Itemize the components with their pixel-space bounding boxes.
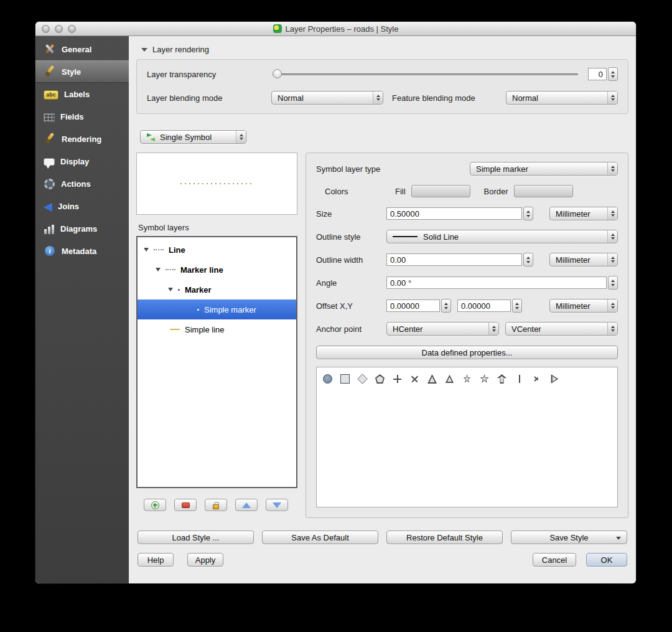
marker-shape-chevron[interactable]	[532, 374, 541, 384]
info-icon: i	[45, 246, 55, 256]
step-down-icon	[444, 307, 448, 309]
collapse-triangle-icon[interactable]	[141, 48, 147, 52]
tree-item-line[interactable]: Line	[138, 240, 296, 260]
titlebar[interactable]: Layer Properties – roads | Style	[35, 22, 636, 36]
marker-shape-star[interactable]	[463, 374, 470, 384]
marker-dot-icon	[197, 309, 199, 311]
layer-rendering-title: Layer rendering	[152, 45, 209, 54]
symbol-layer-type-select[interactable]: Simple marker	[470, 162, 618, 176]
sidebar-item-style[interactable]: Style	[35, 60, 129, 83]
anchor-v-select[interactable]: VCenter	[505, 322, 618, 336]
renderer-select[interactable]: Single Symbol	[140, 130, 246, 144]
data-defined-properties-button[interactable]: Data defined properties...	[316, 346, 618, 359]
move-up-button[interactable]	[235, 499, 258, 511]
remove-symbol-layer-button[interactable]	[174, 499, 197, 511]
arrow-down-icon	[611, 98, 615, 101]
select-arrows-icon	[236, 131, 246, 143]
tree-item-marker[interactable]: Marker	[138, 280, 296, 299]
anchor-h-select[interactable]: HCenter	[386, 322, 499, 336]
offset-unit-select[interactable]: Millimeter	[549, 299, 618, 313]
add-symbol-layer-button[interactable]	[144, 499, 166, 511]
offset-y-input[interactable]	[457, 299, 511, 312]
marker-shape-equilateral-triangle[interactable]	[446, 375, 454, 384]
symbol-layers-tree: Line Marker line Marker	[136, 236, 297, 488]
marker-shape-circle[interactable]	[323, 374, 332, 384]
fill-color-swatch[interactable]	[411, 185, 470, 197]
tree-item-label: Marker line	[180, 265, 223, 275]
sidebar-item-general[interactable]: General	[35, 38, 129, 60]
border-color-swatch[interactable]	[514, 185, 573, 197]
offset-x-input[interactable]	[386, 299, 440, 312]
select-arrows-icon	[488, 323, 498, 335]
angle-stepper[interactable]	[608, 276, 618, 290]
arrow-down-icon	[611, 260, 615, 263]
layer-blending-select[interactable]: Normal	[271, 91, 383, 105]
zoom-button[interactable]	[68, 25, 76, 33]
outline-width-stepper[interactable]	[523, 253, 533, 266]
save-style-button[interactable]: Save Style	[511, 531, 627, 544]
save-as-default-button[interactable]: Save As Default	[262, 531, 378, 544]
join-arrow-icon	[44, 203, 52, 212]
sidebar-item-metadata[interactable]: i Metadata	[35, 240, 129, 262]
marker-shape-square[interactable]	[340, 374, 350, 384]
anchor-label: Anchor point	[316, 324, 386, 334]
outline-width-input[interactable]	[386, 253, 522, 266]
marker-shape-cross[interactable]	[393, 374, 402, 384]
outline-style-select[interactable]: Solid Line	[386, 230, 618, 243]
sidebar-item-diagrams[interactable]: Diagrams	[35, 217, 129, 240]
tree-item-marker-line[interactable]: Marker line	[138, 260, 296, 280]
cancel-button[interactable]: Cancel	[533, 553, 576, 567]
tree-item-simple-line[interactable]: Simple line	[138, 319, 296, 339]
minimize-button[interactable]	[55, 25, 63, 33]
marker-shape-line[interactable]	[515, 374, 524, 384]
tree-expand-icon[interactable]	[144, 248, 149, 252]
tree-item-simple-marker[interactable]: Simple marker	[138, 299, 296, 319]
restore-default-style-button[interactable]: Restore Default Style	[386, 531, 503, 544]
apply-button[interactable]: Apply	[187, 553, 223, 567]
transparency-value-input[interactable]	[588, 68, 607, 80]
outline-style-label: Outline style	[316, 232, 386, 242]
transparency-slider[interactable]	[271, 69, 579, 79]
marker-shape-pentagon[interactable]	[375, 374, 385, 384]
sidebar-item-labels[interactable]: abc Labels	[35, 83, 129, 105]
load-style-button[interactable]: Load Style ...	[138, 531, 254, 544]
tree-expand-icon[interactable]	[156, 268, 161, 271]
slider-track[interactable]	[273, 73, 578, 75]
select-value: Normal	[512, 93, 538, 103]
marker-shape-arrow[interactable]	[497, 374, 506, 384]
lock-color-button[interactable]	[205, 499, 227, 511]
close-button[interactable]	[42, 25, 50, 33]
transparency-stepper[interactable]	[608, 67, 618, 81]
sidebar-item-rendering[interactable]: Rendering	[35, 128, 129, 150]
sidebar-item-fields[interactable]: Fields	[35, 105, 129, 128]
marker-shape-cross2[interactable]	[408, 372, 421, 385]
offset-x-stepper[interactable]	[441, 299, 451, 313]
outline-width-unit-select[interactable]: Millimeter	[549, 253, 618, 266]
angle-input[interactable]	[386, 276, 607, 289]
move-down-button[interactable]	[266, 499, 288, 511]
sidebar-item-display[interactable]: Display	[35, 150, 129, 172]
marker-shape-regular-star[interactable]	[480, 374, 489, 384]
feature-blending-select[interactable]: Normal	[506, 91, 618, 105]
help-button[interactable]: Help	[138, 553, 174, 567]
offset-y-stepper[interactable]	[512, 299, 522, 313]
arrow-up-icon	[492, 326, 496, 328]
size-unit-select[interactable]: Millimeter	[549, 207, 618, 220]
sidebar-item-actions[interactable]: Actions	[35, 172, 129, 195]
select-arrows-icon	[607, 253, 617, 266]
tree-expand-icon[interactable]	[168, 288, 173, 291]
slider-knob[interactable]	[273, 69, 282, 78]
marker-shape-filled-arrowhead[interactable]	[549, 374, 559, 384]
sidebar-item-joins[interactable]: Joins	[35, 195, 129, 217]
marker-shape-diamond[interactable]	[357, 374, 368, 384]
ok-button[interactable]: OK	[586, 553, 627, 567]
sidebar-item-label: Labels	[64, 90, 90, 99]
transparency-row: Layer transparency	[147, 67, 618, 81]
marker-shape-triangle[interactable]	[427, 374, 437, 384]
layer-rendering-panel: Layer transparency Layer blending mode N…	[136, 59, 628, 114]
layer-rendering-header[interactable]: Layer rendering	[141, 45, 626, 54]
select-arrows-icon	[607, 207, 617, 220]
dotted-line-icon	[166, 269, 175, 270]
size-stepper[interactable]	[523, 207, 533, 220]
size-input[interactable]	[386, 207, 522, 220]
